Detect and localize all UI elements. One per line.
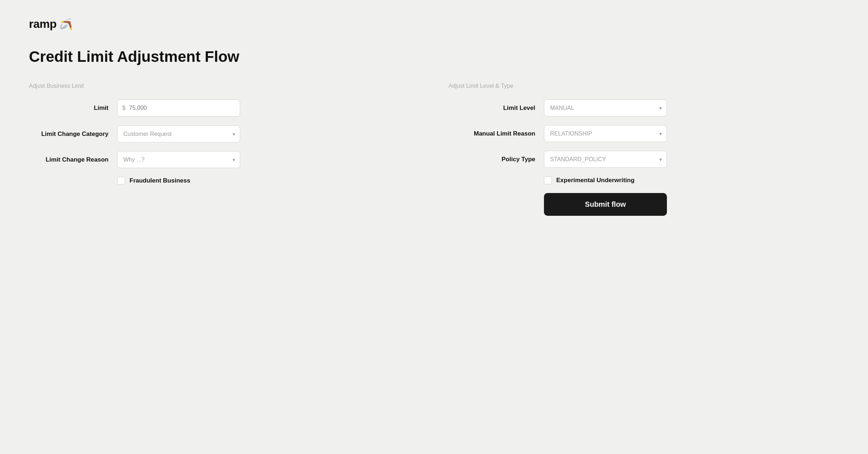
right-section-label: Adjust Limit Level & Type [448, 83, 839, 89]
limit-label: Limit [29, 104, 109, 112]
page-title: Credit Limit Adjustment Flow [29, 48, 839, 65]
limit-change-category-label: Limit Change Category [29, 130, 109, 138]
manual-limit-reason-select[interactable]: RELATIONSHIP PERFORMANCE OTHER [544, 125, 667, 142]
policy-type-wrapper: STANDARD_POLICY CUSTOM_POLICY NO_POLICY … [544, 151, 667, 168]
limit-level-select[interactable]: MANUAL AUTO CUSTOM [544, 99, 667, 116]
policy-type-group: Policy Type STANDARD_POLICY CUSTOM_POLIC… [448, 151, 839, 168]
limit-change-reason-group: Limit Change Reason Why ...? Reason 1 Re… [29, 151, 420, 168]
left-section-label: Adjust Business Limit [29, 83, 420, 89]
limit-level-group: Limit Level MANUAL AUTO CUSTOM ▾ [448, 99, 839, 116]
limit-change-category-wrapper: Customer Request Customer Request Intern… [117, 125, 240, 142]
manual-limit-reason-group: Manual Limit Reason RELATIONSHIP PERFORM… [448, 125, 839, 142]
limit-group: Limit $ [29, 99, 420, 117]
left-column: Adjust Business Limit Limit $ Limit Chan… [29, 83, 420, 216]
logo-text: ramp [29, 17, 56, 31]
manual-limit-reason-label: Manual Limit Reason [448, 130, 535, 137]
currency-symbol: $ [122, 105, 125, 111]
limit-change-category-group: Limit Change Category Customer Request C… [29, 125, 420, 142]
fraudulent-business-group: Fraudulent Business [29, 177, 420, 185]
logo-icon: 🪃 [59, 18, 73, 30]
limit-input-wrapper: $ [117, 99, 240, 117]
experimental-underwriting-group: Experimental Underwriting [448, 176, 839, 184]
limit-level-wrapper: MANUAL AUTO CUSTOM ▾ [544, 99, 667, 116]
policy-type-select[interactable]: STANDARD_POLICY CUSTOM_POLICY NO_POLICY [544, 151, 667, 168]
fraudulent-business-label: Fraudulent Business [129, 177, 190, 184]
limit-change-reason-wrapper: Why ...? Reason 1 Reason 2 ▾ [117, 151, 240, 168]
limit-input[interactable] [117, 99, 240, 117]
form-container: Adjust Business Limit Limit $ Limit Chan… [29, 83, 839, 216]
right-column: Adjust Limit Level & Type Limit Level MA… [448, 83, 839, 216]
submit-flow-button[interactable]: Submit flow [544, 193, 667, 216]
limit-change-reason-label: Limit Change Reason [29, 156, 109, 163]
policy-type-label: Policy Type [448, 156, 535, 163]
fraudulent-business-checkbox[interactable] [117, 177, 125, 185]
limit-change-reason-select[interactable]: Why ...? Reason 1 Reason 2 [117, 151, 240, 168]
experimental-underwriting-label: Experimental Underwriting [556, 177, 634, 184]
logo: ramp 🪃 [29, 17, 839, 31]
limit-change-category-select[interactable]: Customer Request Customer Request Intern… [117, 125, 240, 142]
experimental-underwriting-checkbox[interactable] [544, 176, 552, 184]
limit-level-label: Limit Level [448, 104, 535, 112]
manual-limit-reason-wrapper: RELATIONSHIP PERFORMANCE OTHER ▾ [544, 125, 667, 142]
